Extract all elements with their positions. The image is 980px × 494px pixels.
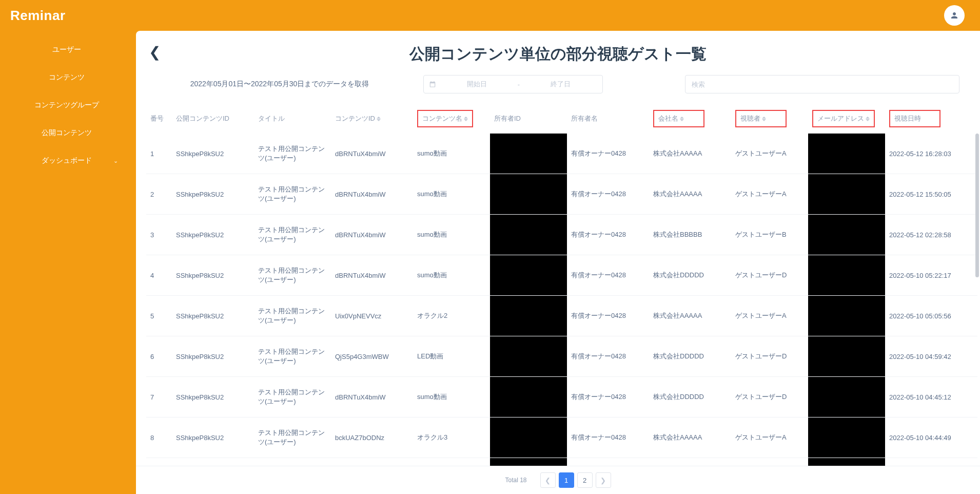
sort-icon bbox=[866, 117, 870, 121]
redacted-block bbox=[490, 255, 567, 295]
col-viewer[interactable]: 視聴者 bbox=[731, 104, 808, 134]
cell-no: 6 bbox=[146, 336, 172, 377]
col-title[interactable]: タイトル bbox=[254, 104, 331, 134]
cell-company: 株式会社DDDDD bbox=[649, 336, 731, 377]
cell-content_id: Uix0VpNEVVcz bbox=[331, 296, 413, 336]
cell-viewed_at: 2022-05-12 15:50:05 bbox=[885, 174, 977, 215]
cell-viewer: ゲストユーザーA bbox=[731, 417, 808, 458]
col-no[interactable]: 番号 bbox=[146, 104, 172, 134]
table-row: 5SShkpeP8kSU2テスト用公開コンテンツ(ユーザー)Uix0VpNEVV… bbox=[146, 296, 977, 336]
redacted-block bbox=[808, 377, 885, 417]
sidebar-item-content-groups[interactable]: コンテンツグループ bbox=[0, 91, 133, 119]
date-range-text: 2022年05月01日〜2022年05月30日までのデータを取得 bbox=[156, 80, 403, 89]
table-row: 6SShkpeP8kSU2テスト用公開コンテンツ(ユーザー)QjS5p4G3mW… bbox=[146, 336, 977, 377]
table-row: 4SShkpeP8kSU2テスト用公開コンテンツ(ユーザー)dBRNTuX4bm… bbox=[146, 255, 977, 296]
brand-logo[interactable]: Reminar bbox=[10, 8, 66, 24]
cell-pub_content_id: SShkpeP8kSU2 bbox=[172, 336, 254, 377]
col-content-id[interactable]: コンテンツID bbox=[331, 104, 413, 134]
pagination-total: Total 18 bbox=[505, 477, 526, 484]
page-title: 公開コンテンツ単位の部分視聴ゲスト一覧 bbox=[151, 44, 965, 65]
sidebar-item-dashboard[interactable]: ダッシュボード ⌄ bbox=[0, 147, 133, 175]
cell-owner_id bbox=[490, 377, 567, 417]
search-input[interactable] bbox=[685, 75, 959, 93]
date-range-picker[interactable]: 開始日 - 終了日 bbox=[423, 75, 603, 93]
sort-icon bbox=[680, 117, 684, 121]
cell-content_name: オラクル2 bbox=[413, 296, 490, 336]
cell-no: 2 bbox=[146, 174, 172, 215]
cell-viewed_at: 2022-05-10 04:59:42 bbox=[885, 336, 977, 377]
cell-email bbox=[808, 296, 885, 336]
pagination-page-2[interactable]: 2 bbox=[577, 472, 593, 488]
col-viewed-at[interactable]: 視聴日時 bbox=[885, 104, 977, 134]
redacted-block bbox=[490, 377, 567, 417]
cell-content_name: sumo動画 bbox=[413, 134, 490, 174]
cell-content_id: dBRNTuX4bmiW bbox=[331, 174, 413, 215]
cell-no: 8 bbox=[146, 417, 172, 458]
cell-title: テスト用公開コンテンツ(ユーザー) bbox=[254, 134, 331, 174]
cell-viewed_at: 2022-05-10 04:45:12 bbox=[885, 377, 977, 417]
cell-viewed_at: 2022-05-10 05:22:17 bbox=[885, 255, 977, 296]
avatar[interactable] bbox=[944, 5, 965, 26]
cell-pub_content_id bbox=[172, 458, 254, 466]
cell-viewer: ゲストユーザーA bbox=[731, 134, 808, 174]
table-row: 2SShkpeP8kSU2テスト用公開コンテンツ(ユーザー)dBRNTuX4bm… bbox=[146, 174, 977, 215]
pagination-next[interactable]: ❯ bbox=[596, 472, 611, 488]
cell-no: 3 bbox=[146, 215, 172, 255]
cell-owner_name bbox=[567, 458, 649, 466]
calendar-icon bbox=[429, 81, 436, 88]
cell-owner_name: 有償オーナー0428 bbox=[567, 336, 649, 377]
redacted-block bbox=[808, 215, 885, 255]
col-company[interactable]: 会社名 bbox=[649, 104, 731, 134]
sidebar-item-users[interactable]: ユーザー bbox=[0, 36, 133, 64]
user-icon bbox=[950, 11, 959, 20]
sidebar-item-public-contents[interactable]: 公開コンテンツ bbox=[0, 119, 133, 147]
cell-email bbox=[808, 174, 885, 215]
end-date-field[interactable]: 終了日 bbox=[524, 80, 597, 89]
pagination-page-1[interactable]: 1 bbox=[559, 472, 574, 488]
cell-title: テスト用公開コンテンツ(ユーザー) bbox=[254, 255, 331, 296]
cell-viewed_at: 2022-05-12 02:28:58 bbox=[885, 215, 977, 255]
back-button[interactable]: ❮ bbox=[149, 44, 161, 61]
cell-owner_id bbox=[490, 417, 567, 458]
cell-pub_content_id: SShkpeP8kSU2 bbox=[172, 417, 254, 458]
scrollbar[interactable] bbox=[975, 134, 979, 466]
cell-owner_name: 有償オーナー0428 bbox=[567, 134, 649, 174]
cell-company: 株式会社AAAAA bbox=[649, 417, 731, 458]
redacted-block bbox=[808, 174, 885, 214]
redacted-block bbox=[808, 134, 885, 174]
redacted-block bbox=[808, 458, 885, 466]
sort-icon bbox=[464, 117, 468, 121]
cell-viewer: ゲストユーザーA bbox=[731, 296, 808, 336]
cell-viewed_at: 2022-05-10 05:05:56 bbox=[885, 296, 977, 336]
cell-pub_content_id: SShkpeP8kSU2 bbox=[172, 174, 254, 215]
cell-owner_name: 有償オーナー0428 bbox=[567, 296, 649, 336]
cell-viewer: ゲストユーザーD bbox=[731, 377, 808, 417]
cell-owner_name: 有償オーナー0428 bbox=[567, 255, 649, 296]
cell-pub_content_id: SShkpeP8kSU2 bbox=[172, 134, 254, 174]
pagination-prev[interactable]: ❮ bbox=[540, 472, 556, 488]
cell-content_name bbox=[413, 458, 490, 466]
cell-title: テスト用公開コンテンツ(ユーザー) bbox=[254, 296, 331, 336]
cell-viewed_at: 2022-05-10 04:44:49 bbox=[885, 417, 977, 458]
col-owner-id[interactable]: 所有者ID bbox=[490, 104, 567, 134]
table-row: テスト用公開コンテ bbox=[146, 458, 977, 466]
scrollbar-thumb[interactable] bbox=[975, 134, 979, 277]
cell-viewer: ゲストユーザーA bbox=[731, 174, 808, 215]
data-table: 番号 公開コンテンツID タイトル コンテンツID コンテンツ名 所有者ID 所… bbox=[146, 104, 977, 466]
cell-viewed_at: 2022-05-12 16:28:03 bbox=[885, 134, 977, 174]
col-pub-content-id[interactable]: 公開コンテンツID bbox=[172, 104, 254, 134]
cell-content_name: sumo動画 bbox=[413, 255, 490, 296]
redacted-block bbox=[490, 296, 567, 336]
redacted-block bbox=[808, 255, 885, 295]
start-date-field[interactable]: 開始日 bbox=[440, 80, 514, 89]
col-owner-name[interactable]: 所有者名 bbox=[567, 104, 649, 134]
main-panel: ❮ 公開コンテンツ単位の部分視聴ゲスト一覧 2022年05月01日〜2022年0… bbox=[136, 31, 980, 494]
cell-company: 株式会社DDDDD bbox=[649, 377, 731, 417]
col-email[interactable]: メールアドレス bbox=[808, 104, 885, 134]
cell-pub_content_id: SShkpeP8kSU2 bbox=[172, 377, 254, 417]
redacted-block bbox=[490, 174, 567, 214]
sidebar-item-contents[interactable]: コンテンツ bbox=[0, 64, 133, 91]
cell-owner_name: 有償オーナー0428 bbox=[567, 174, 649, 215]
cell-company bbox=[649, 458, 731, 466]
col-content-name[interactable]: コンテンツ名 bbox=[413, 104, 490, 134]
